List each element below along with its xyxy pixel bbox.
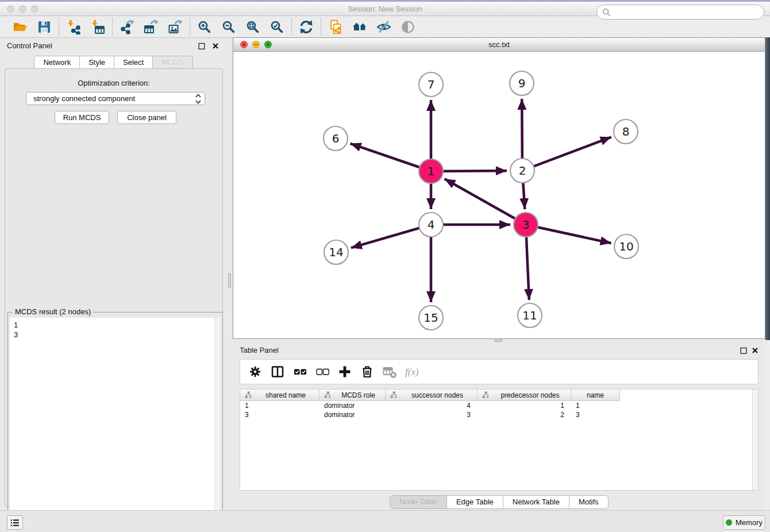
cell-successor-nodes[interactable]: 3 bbox=[386, 410, 478, 419]
duplicate-network-icon[interactable] bbox=[328, 20, 343, 34]
graph-node-label: 11 bbox=[522, 309, 537, 322]
svg-text:f(x): f(x) bbox=[405, 367, 419, 377]
import-table-icon[interactable] bbox=[90, 20, 105, 34]
graph-node-6[interactable]: 6 bbox=[324, 126, 348, 151]
table-row[interactable]: 1dominator411 bbox=[240, 401, 758, 410]
close-panel-icon[interactable] bbox=[211, 41, 220, 51]
column-header-label: predecessor nodes bbox=[490, 391, 571, 399]
column-header-successor-nodes[interactable]: successor nodes bbox=[386, 390, 478, 401]
graph-edge-3-1[interactable] bbox=[445, 179, 526, 225]
graph-node-3[interactable]: 3 bbox=[514, 213, 538, 237]
open-file-icon[interactable] bbox=[13, 20, 28, 34]
cell-predecessor-nodes[interactable]: 2 bbox=[478, 410, 571, 419]
graph-node-1[interactable]: 1 bbox=[419, 159, 443, 183]
memory-button[interactable]: Memory bbox=[723, 515, 765, 530]
export-image-icon[interactable] bbox=[168, 20, 183, 34]
float-panel-icon[interactable] bbox=[739, 346, 748, 355]
table-body: 1dominator4113dominator323 bbox=[240, 401, 758, 419]
export-network-icon[interactable] bbox=[120, 20, 134, 34]
unselect-all-icon[interactable] bbox=[315, 365, 329, 379]
tab-select[interactable]: Select bbox=[114, 56, 153, 69]
search-box[interactable] bbox=[596, 5, 764, 20]
refresh-icon[interactable] bbox=[299, 20, 314, 34]
search-input[interactable] bbox=[611, 6, 764, 18]
graph-node-15[interactable]: 15 bbox=[419, 306, 443, 330]
gear-icon[interactable] bbox=[248, 365, 262, 379]
graph-node-14[interactable]: 14 bbox=[324, 240, 348, 264]
network-canvas[interactable]: 7968124314101511 bbox=[233, 52, 765, 338]
cell-name[interactable]: 3 bbox=[571, 410, 620, 419]
cell-MCDS-role[interactable]: dominator bbox=[319, 401, 386, 410]
column-header-MCDS-role[interactable]: MCDS role bbox=[319, 390, 386, 401]
zoom-out-icon[interactable] bbox=[221, 20, 236, 34]
tab-node-table[interactable]: Node Table bbox=[390, 496, 446, 508]
export-table-icon[interactable] bbox=[144, 20, 159, 34]
column-header-shared-name[interactable]: shared name bbox=[240, 390, 319, 401]
save-session-icon[interactable] bbox=[37, 20, 52, 34]
window-edge-shadow bbox=[765, 37, 770, 340]
mcds-result-area[interactable]: 13 bbox=[10, 318, 221, 529]
select-stepper-icon bbox=[194, 92, 202, 105]
float-panel-icon[interactable] bbox=[197, 41, 206, 51]
cell-shared-name[interactable]: 1 bbox=[240, 401, 319, 410]
cell-name[interactable]: 1 bbox=[571, 401, 620, 410]
zoom-fit-icon[interactable] bbox=[245, 20, 260, 34]
cell-MCDS-role[interactable]: dominator bbox=[319, 410, 386, 419]
tab-mcds[interactable]: MCDS bbox=[153, 56, 192, 69]
close-panel-icon[interactable] bbox=[750, 346, 760, 355]
result-scrollbar[interactable] bbox=[214, 318, 221, 529]
node-table[interactable]: shared nameMCDS rolesuccessor nodesprede… bbox=[240, 389, 759, 491]
graph-node-11[interactable]: 11 bbox=[518, 303, 542, 327]
select-all-icon[interactable] bbox=[293, 365, 307, 379]
graph-node-4[interactable]: 4 bbox=[419, 213, 443, 237]
cell-shared-name[interactable]: 3 bbox=[240, 410, 319, 419]
graph-node-8[interactable]: 8 bbox=[614, 119, 638, 144]
optimization-criterion-label: Optimization criterion: bbox=[5, 79, 222, 87]
tab-style[interactable]: Style bbox=[80, 56, 114, 69]
delete-table-icon bbox=[383, 365, 396, 379]
split-columns-icon[interactable] bbox=[271, 365, 284, 379]
memory-label: Memory bbox=[736, 518, 763, 527]
cell-predecessor-nodes[interactable]: 1 bbox=[478, 401, 571, 410]
graph-node-10[interactable]: 10 bbox=[614, 234, 638, 259]
graph-edge-3-10[interactable] bbox=[526, 225, 611, 243]
zoom-in-icon[interactable] bbox=[197, 20, 212, 34]
memory-status-icon bbox=[726, 519, 732, 526]
close-panel-button[interactable]: Close panel bbox=[117, 111, 176, 124]
hide-selected-icon[interactable] bbox=[376, 20, 391, 34]
add-column-icon[interactable] bbox=[338, 365, 352, 379]
graph-node-7[interactable]: 7 bbox=[419, 72, 443, 97]
column-header-predecessor-nodes[interactable]: predecessor nodes bbox=[478, 390, 571, 401]
first-neighbors-icon[interactable] bbox=[352, 20, 367, 34]
table-scrollbar[interactable] bbox=[752, 390, 758, 490]
tab-edge-table[interactable]: Edge Table bbox=[446, 496, 503, 508]
tab-network[interactable]: Network bbox=[34, 56, 80, 69]
tab-network-table[interactable]: Network Table bbox=[503, 496, 569, 508]
column-header-label: successor nodes bbox=[398, 391, 477, 399]
delete-column-icon[interactable] bbox=[360, 365, 374, 379]
vertical-splitter[interactable] bbox=[227, 38, 233, 512]
column-header-name[interactable]: name bbox=[571, 390, 620, 401]
import-network-icon[interactable] bbox=[66, 20, 81, 34]
network-window-titlebar: scc.txt bbox=[233, 38, 765, 52]
zoom-selected-icon[interactable] bbox=[270, 20, 284, 34]
table-row[interactable]: 3dominator323 bbox=[240, 410, 758, 419]
splitter-handle[interactable] bbox=[228, 273, 231, 288]
graph-node-2[interactable]: 2 bbox=[510, 159, 534, 183]
splitter-handle[interactable] bbox=[494, 340, 502, 342]
cell-successor-nodes[interactable]: 4 bbox=[386, 401, 478, 410]
mcds-result-title: MCDS result (2 nodes) bbox=[13, 307, 93, 316]
tab-motifs[interactable]: Motifs bbox=[569, 496, 608, 508]
graph-edge-1-6[interactable] bbox=[351, 144, 431, 171]
table-panel-title: Table Panel bbox=[240, 346, 279, 354]
graph-node-9[interactable]: 9 bbox=[510, 71, 534, 95]
graph-edge-2-8[interactable] bbox=[522, 137, 611, 171]
run-mcds-button[interactable]: Run MCDS bbox=[55, 111, 109, 124]
graph-node-label: 7 bbox=[428, 78, 435, 91]
flow-hierarchy-icon bbox=[389, 391, 396, 399]
graph-node-label: 2 bbox=[519, 164, 526, 178]
criterion-value: strongly connected component bbox=[26, 94, 194, 103]
criterion-select[interactable]: strongly connected component bbox=[26, 92, 205, 105]
task-history-button[interactable] bbox=[7, 515, 23, 530]
control-panel-tabs: NetworkStyleSelectMCDS bbox=[0, 56, 227, 69]
